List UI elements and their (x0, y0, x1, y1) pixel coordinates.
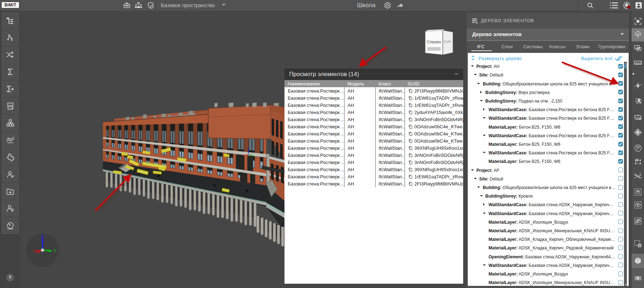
svg-text:X: X (33, 248, 36, 253)
svg-text:Справа: Справа (427, 40, 441, 44)
svg-text:1: 1 (634, 173, 635, 175)
svg-text:2: 2 (639, 172, 641, 175)
svg-text:2D: 2D (8, 104, 13, 108)
svg-text:Z: Z (41, 234, 44, 239)
svg-text:S: S (636, 158, 639, 162)
svg-text:Y: Y (54, 248, 57, 253)
